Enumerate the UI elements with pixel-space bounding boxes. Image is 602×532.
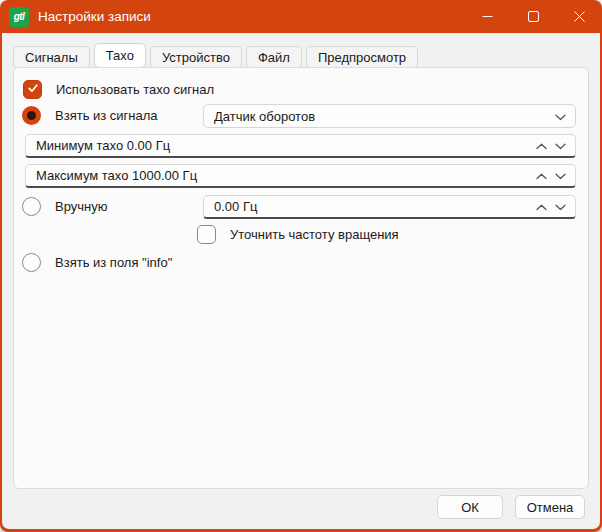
manual-radio[interactable]	[22, 197, 41, 216]
minimize-button[interactable]	[464, 0, 510, 33]
tab-bar: Сигналы Тахо Устройство Файл Предпросмот…	[13, 43, 418, 68]
use-tacho-row: Использовать тахо сигнал	[23, 80, 214, 99]
minimize-icon	[482, 11, 493, 22]
source-signal-label: Взять из сигнала	[55, 108, 158, 123]
chevron-up-icon[interactable]	[536, 199, 547, 214]
checkmark-icon	[27, 82, 39, 97]
tacho-tab-pane: Использовать тахо сигнал Взять из сигнал…	[13, 67, 589, 489]
manual-row: Вручную	[22, 197, 107, 216]
close-button[interactable]	[556, 0, 602, 33]
use-tacho-label: Использовать тахо сигнал	[56, 82, 214, 97]
signal-select-value: Датчик оборотов	[214, 109, 555, 124]
from-info-row: Взять из поля "info"	[22, 253, 172, 272]
chevron-down-icon[interactable]	[555, 138, 566, 153]
from-info-label: Взять из поля "info"	[55, 255, 172, 270]
chevron-up-icon[interactable]	[536, 168, 547, 183]
signal-select[interactable]: Датчик оборотов	[203, 104, 576, 128]
maximize-icon	[528, 11, 539, 22]
chevron-up-icon[interactable]	[536, 138, 547, 153]
settings-dialog: gtl Настройки записи Сигналы Тах	[0, 0, 602, 532]
min-tacho-spinbox[interactable]: Минимум тахо 0.00 Гц	[25, 134, 576, 158]
app-logo-icon: gtl	[9, 7, 29, 27]
tab-signals[interactable]: Сигналы	[13, 46, 90, 68]
caption-buttons	[464, 0, 602, 33]
max-tacho-spinbox[interactable]: Максимум тахо 1000.00 Гц	[25, 164, 576, 188]
refine-frequency-row: Уточнить частоту вращения	[197, 225, 399, 244]
tab-tacho[interactable]: Тахо	[94, 43, 146, 68]
tab-device[interactable]: Устройство	[150, 46, 242, 68]
manual-label: Вручную	[55, 199, 107, 214]
chevron-down-icon[interactable]	[555, 168, 566, 183]
window-title: Настройки записи	[38, 9, 151, 24]
chevron-down-icon	[555, 109, 566, 124]
from-info-radio[interactable]	[22, 253, 41, 272]
source-signal-radio[interactable]	[22, 106, 41, 125]
cancel-button[interactable]: Отмена	[515, 495, 585, 519]
source-signal-row: Взять из сигнала	[22, 106, 158, 125]
title-bar[interactable]: gtl Настройки записи	[0, 0, 602, 33]
chevron-down-icon[interactable]	[555, 199, 566, 214]
manual-value: 0.00 Гц	[214, 199, 536, 214]
max-tacho-value: Максимум тахо 1000.00 Гц	[36, 168, 536, 183]
tab-file[interactable]: Файл	[246, 46, 302, 68]
ok-button[interactable]: ОК	[437, 495, 503, 519]
refine-frequency-label: Уточнить частоту вращения	[230, 227, 399, 242]
refine-frequency-checkbox[interactable]	[197, 225, 216, 244]
maximize-button[interactable]	[510, 0, 556, 33]
close-icon	[574, 11, 585, 22]
use-tacho-checkbox[interactable]	[23, 80, 42, 99]
manual-value-spinbox[interactable]: 0.00 Гц	[203, 195, 576, 219]
tab-preview[interactable]: Предпросмотр	[306, 46, 418, 68]
min-tacho-value: Минимум тахо 0.00 Гц	[36, 138, 536, 153]
